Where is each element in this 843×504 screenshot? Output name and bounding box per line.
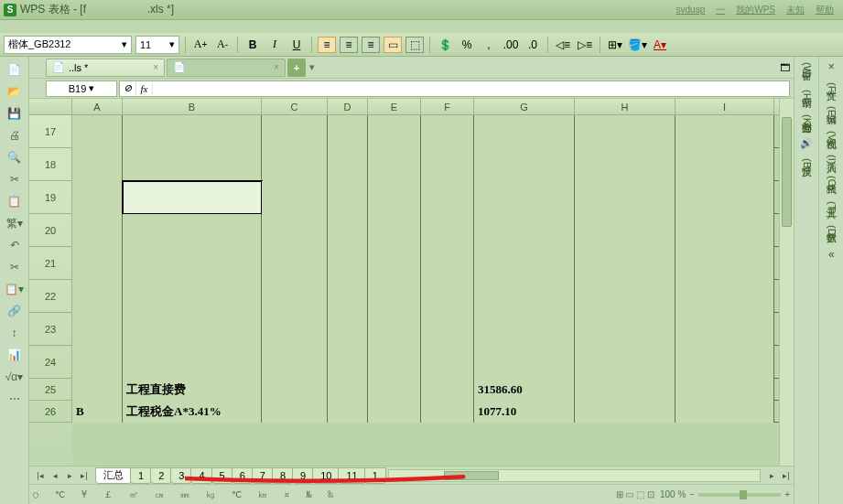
cut-button[interactable]: ✂ — [2, 170, 27, 188]
cell-D20[interactable] — [328, 214, 368, 247]
cell-G17[interactable] — [474, 115, 575, 148]
cell-E26[interactable] — [368, 401, 421, 423]
col-header-H[interactable]: H — [575, 99, 675, 114]
sheet-tab-11[interactable]: 11 — [338, 467, 365, 484]
formula-button[interactable]: √α▾ — [2, 368, 27, 386]
column-headers[interactable]: ABCDEFGHI — [72, 99, 779, 115]
sort-button[interactable]: ↕ — [2, 324, 27, 342]
cell-I18[interactable] — [675, 148, 774, 181]
cell-B17[interactable] — [123, 115, 262, 148]
cell-E17[interactable] — [368, 115, 421, 148]
cell-C17[interactable] — [262, 115, 328, 148]
cell-H21[interactable] — [575, 247, 675, 280]
currency-button[interactable]: 💲 — [436, 36, 454, 54]
col-header-C[interactable]: C — [262, 99, 328, 114]
cell-D18[interactable] — [328, 148, 368, 181]
more-button[interactable]: ⋯ — [2, 390, 27, 408]
symbol-shortcuts[interactable]: ○ ℃ ¥ ￡ ㎡ ㎝ ㎜ ㎏ ℃ ㎞ ¤ № ‰ — [33, 488, 339, 501]
cell-G22[interactable] — [474, 280, 575, 313]
merge-cells-button[interactable]: ▭ — [384, 37, 402, 53]
font-name-select[interactable]: 楷体_GB2312▾ — [4, 36, 132, 54]
cell-B26[interactable]: 工程税金A*3.41% — [123, 401, 262, 423]
indent-increase-button[interactable]: ▷≡ — [576, 36, 594, 54]
cell-B24[interactable] — [123, 346, 262, 379]
cell-H26[interactable] — [575, 401, 675, 423]
cell-E19[interactable] — [368, 181, 421, 214]
cell-G19[interactable] — [474, 181, 575, 214]
traditional-button[interactable]: 繁▾ — [2, 214, 27, 232]
horizontal-scrollbar[interactable] — [388, 469, 761, 482]
align-center-button[interactable]: ≡ — [340, 37, 358, 53]
doc-tab-1[interactable]: 📄 ..ls * × — [46, 59, 165, 77]
cell-F19[interactable] — [421, 181, 474, 214]
align-right-button[interactable]: ≡ — [362, 37, 380, 53]
cell-E20[interactable] — [368, 214, 421, 247]
cell-C20[interactable] — [262, 214, 328, 247]
cell-H17[interactable] — [575, 115, 675, 148]
cell-F21[interactable] — [421, 247, 474, 280]
scroll-end-button[interactable]: ▸| — [779, 468, 794, 483]
cell-B25[interactable]: 工程直接费 — [123, 379, 262, 401]
borders-button[interactable]: ⊞▾ — [606, 36, 624, 54]
insert-menu[interactable]: 插入(I) — [826, 153, 838, 166]
cell-C23[interactable] — [262, 313, 328, 346]
spreadsheet-grid[interactable]: ABCDEFGHI 17181920212223242526 工程直接费3158… — [29, 99, 794, 466]
cell-C18[interactable] — [262, 148, 328, 181]
undo-button[interactable]: ↶ — [2, 236, 27, 254]
cell-D17[interactable] — [328, 115, 368, 148]
indent-decrease-button[interactable]: ◁≡ — [554, 36, 572, 54]
col-header-F[interactable]: F — [421, 99, 474, 114]
col-header-A[interactable]: A — [72, 99, 123, 114]
sheet-tab-6[interactable]: 6 — [232, 467, 254, 484]
add-tab-button[interactable]: + — [287, 59, 306, 77]
vscroll-thumb[interactable] — [782, 117, 792, 227]
sheet-tab-9[interactable]: 9 — [292, 467, 314, 484]
cell-I19[interactable] — [675, 181, 774, 214]
cell-H25[interactable] — [575, 379, 675, 401]
cell-B21[interactable] — [123, 247, 262, 280]
top-links[interactable]: svdusp一我的WPS未知帮助 — [671, 4, 839, 16]
cell-I23[interactable] — [675, 313, 774, 346]
increase-font-button[interactable]: A+ — [191, 36, 210, 54]
sheet-tab-3[interactable]: 3 — [170, 467, 192, 484]
fill-color-button[interactable]: 🪣▾ — [628, 36, 647, 54]
row-header-18[interactable]: 18 — [29, 148, 72, 181]
edit-menu[interactable]: 编辑(E) — [826, 104, 838, 122]
close-icon[interactable]: × — [153, 62, 158, 72]
zoom-control[interactable]: 100 % − + — [660, 489, 790, 499]
cell-reference-box[interactable]: B19 ▾ — [46, 80, 117, 97]
open-button[interactable]: 📂 — [2, 82, 27, 101]
feedback-menu[interactable]: 反馈(B) — [801, 156, 813, 174]
cell-G21[interactable] — [474, 247, 575, 280]
cell-G24[interactable] — [474, 346, 575, 379]
cell-F24[interactable] — [421, 346, 474, 379]
save-button[interactable]: 💾 — [2, 104, 27, 123]
cell-C19[interactable] — [262, 181, 328, 214]
cell-F25[interactable] — [421, 379, 474, 401]
row-headers[interactable]: 17181920212223242526 — [29, 115, 72, 466]
sheet-tab-5[interactable]: 5 — [211, 467, 233, 484]
sheet-tab-8[interactable]: 8 — [272, 467, 294, 484]
row-header-26[interactable]: 26 — [29, 401, 72, 423]
italic-button[interactable]: I — [265, 36, 284, 54]
sheet-tab-4[interactable]: 4 — [190, 467, 212, 484]
cell-H20[interactable] — [575, 214, 675, 247]
view-menu[interactable]: 视图(V) — [826, 129, 838, 146]
underline-button[interactable]: U — [287, 36, 306, 54]
row-header-20[interactable]: 20 — [29, 214, 72, 247]
cell-I20[interactable] — [675, 214, 774, 247]
percent-button[interactable]: % — [458, 36, 476, 54]
cell-C26[interactable] — [262, 401, 328, 423]
close-panel-button[interactable]: × — [828, 60, 835, 73]
last-sheet-button[interactable]: ▸| — [77, 468, 92, 483]
cell-D22[interactable] — [328, 280, 368, 313]
cell-G18[interactable] — [474, 148, 575, 181]
cell-E24[interactable] — [368, 346, 421, 379]
cell-E23[interactable] — [368, 313, 421, 346]
cell-E22[interactable] — [368, 280, 421, 313]
cell-F18[interactable] — [421, 148, 474, 181]
bold-button[interactable]: B — [243, 36, 262, 54]
data-menu[interactable]: 数据(D) — [826, 223, 838, 241]
comma-button[interactable]: , — [480, 36, 498, 54]
cell-H22[interactable] — [575, 280, 675, 313]
